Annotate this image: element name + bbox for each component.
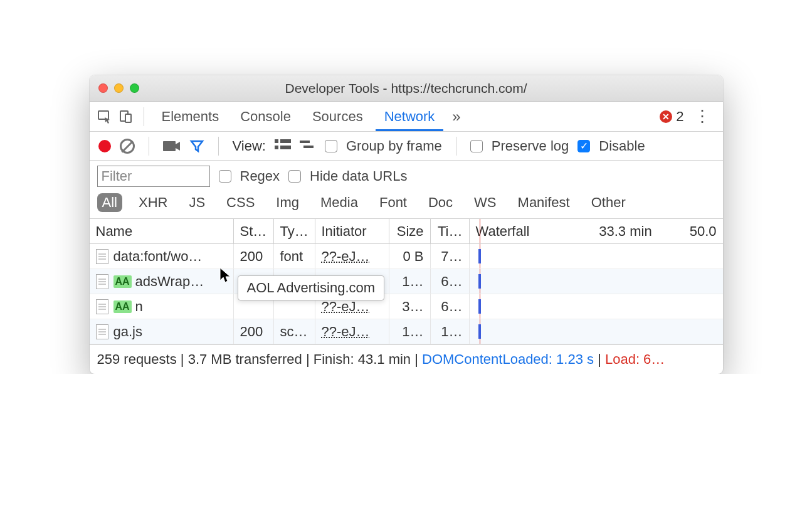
settings-menu-icon[interactable]: ⋮ xyxy=(688,107,717,126)
type-filter-font[interactable]: Font xyxy=(374,193,412,212)
request-initiator[interactable]: ??-eJ… xyxy=(322,324,370,340)
type-filter-img[interactable]: Img xyxy=(271,193,304,212)
group-by-frame-label: Group by frame xyxy=(346,138,442,154)
waterfall-times: 33.3 min 50.0 xyxy=(599,223,716,240)
request-status: 200 xyxy=(240,324,263,340)
request-name: adsWrap… xyxy=(135,274,204,290)
request-type: font xyxy=(280,248,303,265)
separator xyxy=(218,137,219,156)
request-size: 1… xyxy=(402,274,423,290)
type-filter-js[interactable]: JS xyxy=(184,193,210,212)
regex-label: Regex xyxy=(240,168,280,184)
tooltip: AOL Advertising.com xyxy=(238,275,385,300)
overview-icon[interactable] xyxy=(300,138,316,154)
svg-rect-0 xyxy=(98,111,108,119)
ad-badge: AA xyxy=(113,300,132,313)
col-header-initiator[interactable]: Initiator xyxy=(315,219,389,243)
hide-data-urls-checkbox[interactable] xyxy=(288,170,301,183)
file-icon xyxy=(96,299,108,314)
type-filter-ws[interactable]: WS xyxy=(469,193,501,212)
request-initiator[interactable]: ??-eJ… xyxy=(322,248,370,265)
request-size: 3… xyxy=(402,299,423,315)
waterfall-bar xyxy=(478,299,481,314)
svg-rect-6 xyxy=(275,146,278,149)
status-bar: 259 requests | 3.7 MB transferred | Fini… xyxy=(90,344,723,374)
type-filter-media[interactable]: Media xyxy=(315,193,363,212)
separator xyxy=(149,137,149,156)
more-tabs-icon[interactable]: » xyxy=(447,108,465,125)
col-header-time[interactable]: Ti… xyxy=(431,219,470,243)
svg-rect-2 xyxy=(125,114,131,122)
preserve-log-label: Preserve log xyxy=(492,138,569,154)
window-title: Developer Tools - https://techcrunch.com… xyxy=(90,81,723,96)
error-indicator[interactable]: ✕ 2 xyxy=(660,109,683,125)
waterfall-bar xyxy=(478,249,481,263)
tab-network[interactable]: Network xyxy=(376,102,444,131)
network-table-body: data:font/wo… 200 font ??-eJ… 0 B 7… AA … xyxy=(90,244,723,344)
titlebar: Developer Tools - https://techcrunch.com… xyxy=(90,75,723,102)
tab-sources[interactable]: Sources xyxy=(303,102,372,131)
table-row[interactable]: data:font/wo… 200 font ??-eJ… 0 B 7… xyxy=(90,244,723,269)
disable-cache-label: Disable xyxy=(599,138,645,154)
request-initiator[interactable]: ??-eJ… xyxy=(322,299,370,315)
type-filter-xhr[interactable]: XHR xyxy=(134,193,172,212)
svg-rect-7 xyxy=(280,146,291,149)
inspect-element-icon[interactable] xyxy=(96,108,113,125)
type-filter-other[interactable]: Other xyxy=(586,193,631,212)
waterfall-time-1: 33.3 min xyxy=(599,223,651,240)
status-finish: Finish: 43.1 min xyxy=(314,351,411,367)
request-time: 1… xyxy=(441,324,462,340)
waterfall-marker xyxy=(480,219,481,243)
request-status: 200 xyxy=(240,248,263,265)
svg-rect-5 xyxy=(280,139,291,143)
col-header-name[interactable]: Name xyxy=(90,219,234,243)
regex-checkbox[interactable] xyxy=(219,170,231,183)
group-by-frame-checkbox[interactable] xyxy=(325,140,337,152)
status-load: Load: 6… xyxy=(605,351,665,367)
device-toolbar-icon[interactable] xyxy=(117,108,135,125)
table-row[interactable]: AA adsWrap… 200 sc… ??-eJ… 1… 6… xyxy=(90,269,723,294)
type-filter-manifest[interactable]: Manifest xyxy=(513,193,575,212)
svg-rect-4 xyxy=(275,139,278,143)
ad-badge: AA xyxy=(113,275,132,288)
type-filter-doc[interactable]: Doc xyxy=(423,193,458,212)
preserve-log-checkbox[interactable] xyxy=(470,140,483,152)
filter-toggle-icon[interactable] xyxy=(189,139,204,154)
clear-button[interactable] xyxy=(120,139,135,154)
file-icon xyxy=(96,249,108,264)
filter-input[interactable] xyxy=(97,166,210,187)
screenshot-icon[interactable] xyxy=(163,140,181,152)
tab-console[interactable]: Console xyxy=(231,102,300,131)
col-header-size[interactable]: Size xyxy=(389,219,431,243)
table-row[interactable]: ga.js 200 sc… ??-eJ… 1… 1… xyxy=(90,319,723,344)
svg-rect-3 xyxy=(163,141,176,151)
waterfall-label: Waterfall xyxy=(476,223,530,240)
network-toolbar: View: Group by frame Preserve log ✓ Disa… xyxy=(90,132,723,161)
record-button[interactable] xyxy=(98,140,111,152)
type-filter-css[interactable]: CSS xyxy=(221,193,260,212)
tab-elements[interactable]: Elements xyxy=(153,102,228,131)
disable-cache-checkbox[interactable]: ✓ xyxy=(577,140,590,152)
status-requests: 259 requests xyxy=(97,351,177,367)
col-header-waterfall[interactable]: Waterfall 33.3 min 50.0 xyxy=(470,219,723,243)
status-transferred: 3.7 MB transferred xyxy=(188,351,302,367)
request-name: data:font/wo… xyxy=(113,248,203,265)
separator xyxy=(456,137,456,156)
filter-row: Regex Hide data URLs xyxy=(90,161,723,189)
table-row[interactable]: AA n ??-eJ… 3… 6… xyxy=(90,294,723,319)
request-name: n xyxy=(135,299,143,315)
type-filter-row: All XHR JS CSS Img Media Font Doc WS Man… xyxy=(90,189,723,219)
hide-data-urls-label: Hide data URLs xyxy=(310,168,407,184)
large-rows-icon[interactable] xyxy=(275,138,291,154)
request-size: 0 B xyxy=(403,248,423,265)
request-time: 6… xyxy=(441,274,462,290)
waterfall-bar xyxy=(478,324,481,339)
waterfall-bar xyxy=(478,274,481,289)
separator xyxy=(144,107,144,126)
col-header-status[interactable]: St… xyxy=(234,219,274,243)
view-label: View: xyxy=(233,138,266,154)
request-type: sc… xyxy=(280,324,308,340)
type-filter-all[interactable]: All xyxy=(97,193,122,212)
col-header-type[interactable]: Ty… xyxy=(274,219,315,243)
status-domcontentloaded: DOMContentLoaded: 1.23 s xyxy=(422,351,594,367)
